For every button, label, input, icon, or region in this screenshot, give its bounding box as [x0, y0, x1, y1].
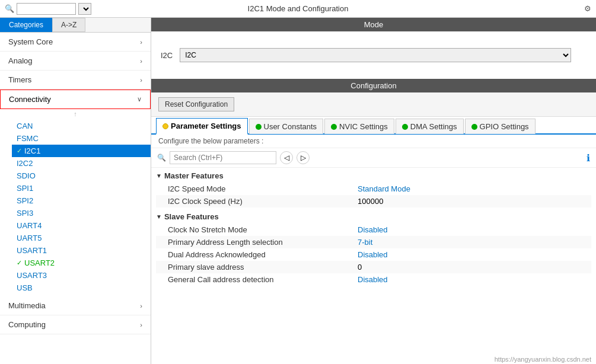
sidebar-item-multimedia[interactable]: Multimedia › [0, 296, 151, 315]
search-prev-button[interactable]: ◁ [280, 151, 293, 164]
top-search-area: 🔍 [5, 3, 91, 15]
i2c2-label: I2C2 [17, 159, 33, 168]
params-search-input[interactable] [170, 151, 276, 164]
master-features-group: ▼ Master Features I2C Speed Mode Standar… [151, 168, 596, 209]
slave-features-header[interactable]: ▼ Slave Features [156, 210, 591, 223]
chevron-down-icon: ∨ [137, 95, 142, 103]
sidebar-item-analog[interactable]: Analog › [0, 52, 151, 71]
info-button[interactable]: ℹ [587, 152, 590, 164]
top-search-input[interactable] [17, 3, 76, 15]
sidebar-item-computing[interactable]: Computing › [0, 315, 151, 334]
param-value: 100000 [358, 197, 383, 206]
table-row: General Call address detection Disabled [156, 273, 591, 286]
sidebar-item-connectivity[interactable]: Connectivity ∨ [0, 90, 151, 109]
sidebar-subitem-i2c2[interactable]: I2C2 [12, 157, 151, 170]
check-icon: ✓ [17, 147, 22, 155]
tab-dma-settings-label: DMA Settings [410, 122, 457, 131]
sidebar-subitem-sdio[interactable]: SDIO [12, 170, 151, 182]
sidebar-category-label: Connectivity [9, 95, 51, 104]
expand-icon: ▼ [156, 213, 162, 220]
search-icon2: 🔍 [157, 154, 166, 162]
expand-icon: ▼ [156, 173, 162, 179]
config-toolbar: Reset Configuration [151, 92, 596, 117]
scroll-up-arrow: ↑ [0, 109, 151, 119]
spi1-label: SPI1 [17, 184, 33, 193]
sidebar-subitem-spi1[interactable]: SPI1 [12, 182, 151, 194]
tab-dot-yellow [162, 123, 168, 129]
i2c-mode-label: I2C [161, 51, 173, 60]
uart5-label: UART5 [17, 234, 42, 242]
chevron-right-icon: › [140, 321, 142, 328]
sidebar-subitem-usart2[interactable]: ✓ USART2 [12, 257, 151, 269]
spi3-label: SPI3 [17, 209, 33, 218]
connectivity-subitems: CAN FSMC ✓ I2C1 I2C2 SDIO SPI1 SPI2 SP [0, 119, 151, 296]
sidebar-subitem-spi2[interactable]: SPI2 [12, 194, 151, 207]
sidebar-category-label: Analog [8, 56, 32, 65]
sidebar-subitem-usart3[interactable]: USART3 [12, 269, 151, 282]
sidebar-subitem-i2c1[interactable]: ✓ I2C1 [12, 145, 151, 157]
config-tabs: Parameter Settings User Constants NVIC S… [151, 117, 596, 135]
sidebar-subitem-spi3[interactable]: SPI3 [12, 207, 151, 219]
tab-parameter-settings[interactable]: Parameter Settings [156, 118, 248, 135]
sidebar-category-label: Computing [8, 320, 46, 329]
tab-user-constants[interactable]: User Constants [249, 119, 324, 134]
slave-features-group: ▼ Slave Features Clock No Stretch Mode D… [151, 209, 596, 287]
search-next-button[interactable]: ▷ [297, 151, 310, 164]
sdio-label: SDIO [17, 171, 36, 180]
tab-categories[interactable]: Categories [0, 18, 52, 32]
params-hint: Configure the below parameters : [151, 135, 596, 148]
top-bar: 🔍 I2C1 Mode and Configuration ⚙ [0, 0, 596, 18]
param-name: Primary slave address [168, 263, 358, 272]
watermark: https://yangyuanxin.blog.csdn.net [495, 356, 591, 363]
tab-dma-settings[interactable]: DMA Settings [396, 119, 464, 134]
uart4-label: UART4 [17, 221, 42, 230]
i2c1-label: I2C1 [24, 146, 40, 155]
tab-parameter-settings-label: Parameter Settings [171, 122, 241, 130]
sidebar-subitem-uart4[interactable]: UART4 [12, 219, 151, 232]
sidebar-category-label: Timers [8, 75, 31, 84]
tab-nvic-settings-label: NVIC Settings [339, 122, 388, 131]
table-row: Dual Address Acknowledged Disabled [156, 248, 591, 261]
param-value: 7-bit [358, 238, 372, 247]
tab-atoz[interactable]: A->Z [52, 18, 85, 32]
sidebar-tabs: Categories A->Z [0, 18, 151, 33]
sidebar-subitem-fsmc[interactable]: FSMC [12, 132, 151, 145]
search-dropdown[interactable] [78, 3, 91, 15]
tab-dot-green2 [331, 124, 337, 130]
table-row: Primary Address Length selection 7-bit [156, 236, 591, 248]
sidebar-subitem-usart1[interactable]: USART1 [12, 244, 151, 257]
window-title: I2C1 Mode and Configuration [248, 4, 349, 13]
param-name: Dual Address Acknowledged [168, 250, 358, 259]
tab-user-constants-label: User Constants [264, 122, 317, 131]
tab-dot-green4 [471, 124, 477, 130]
param-name: General Call address detection [168, 275, 358, 284]
param-value: 0 [358, 263, 362, 272]
can-label: CAN [17, 122, 33, 130]
param-name: I2C Speed Mode [168, 184, 358, 193]
slave-features-label: Slave Features [164, 212, 219, 221]
param-name: I2C Clock Speed (Hz) [168, 197, 358, 206]
sidebar-item-timers[interactable]: Timers › [0, 71, 151, 90]
table-row: I2C Speed Mode Standard Mode [156, 183, 591, 195]
param-value: Standard Mode [358, 184, 410, 193]
sidebar-category-label: System Core [8, 37, 53, 46]
tab-dot-green3 [402, 124, 408, 130]
sidebar-subitem-usb[interactable]: USB [12, 282, 151, 294]
usart3-label: USART3 [17, 271, 47, 280]
master-features-header[interactable]: ▼ Master Features [156, 169, 591, 183]
sidebar-subitem-can[interactable]: CAN [12, 120, 151, 132]
sidebar-item-system-core[interactable]: System Core › [0, 33, 151, 52]
check-icon: ✓ [17, 259, 22, 267]
tab-nvic-settings[interactable]: NVIC Settings [324, 119, 394, 134]
master-features-label: Master Features [164, 171, 224, 180]
config-header: Configuration [151, 79, 596, 92]
tab-gpio-settings[interactable]: GPIO Settings [465, 119, 536, 134]
main-layout: Categories A->Z System Core › Analog › T… [0, 18, 596, 364]
fsmc-label: FSMC [17, 134, 39, 143]
gear-icon[interactable]: ⚙ [584, 4, 591, 13]
sidebar-subitem-uart5[interactable]: UART5 [12, 232, 151, 244]
chevron-right-icon: › [140, 302, 142, 309]
reset-configuration-button[interactable]: Reset Configuration [158, 97, 234, 111]
table-row: Clock No Stretch Mode Disabled [156, 223, 591, 236]
i2c-mode-select[interactable]: I2C [180, 48, 571, 62]
